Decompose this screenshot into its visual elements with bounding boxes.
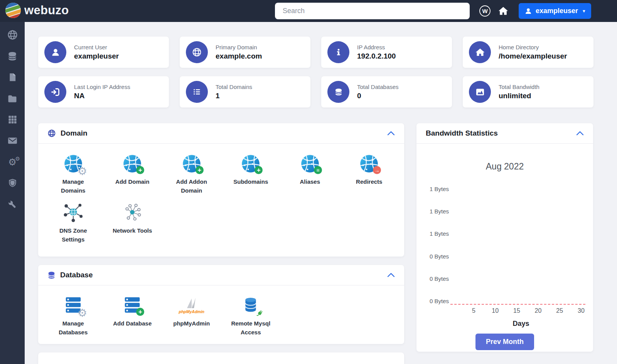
sidebar-item-settings[interactable]: ⚙⚙ xyxy=(0,151,25,173)
globe-plus-icon: + xyxy=(240,154,261,174)
x-tick-label: 20 xyxy=(535,307,542,314)
logo-text: webuzo xyxy=(24,3,69,17)
user-menu-button[interactable]: exampleuser ▾ xyxy=(519,3,591,19)
info-card-value: unlimited xyxy=(499,92,539,100)
x-tick-label: 5 xyxy=(472,307,475,314)
wordpress-icon[interactable]: W xyxy=(479,5,491,17)
app-item-manage-databases[interactable]: ⚙ Manage Databases xyxy=(44,295,103,337)
sidebar-item-domains[interactable] xyxy=(0,24,25,45)
database-panel: Database ⚙ Manage Databases + Add Databa… xyxy=(38,265,404,344)
app-item-aliases[interactable]: ≡ Aliases xyxy=(280,154,340,195)
info-card-label: Total Databases xyxy=(357,84,399,90)
home-icon[interactable] xyxy=(497,5,509,17)
globe-list-icon: ≡ xyxy=(299,154,321,174)
info-card-value: 0 xyxy=(357,92,399,100)
sidebar-item-files[interactable] xyxy=(0,67,25,88)
bandwidth-chart: 1 Bytes 1 Bytes 1 Bytes 0 Bytes 0 Bytes … xyxy=(425,186,585,304)
user-icon xyxy=(524,7,532,15)
domain-apps-grid: ⚙ Manage Domains + Add Domain + Add Addo… xyxy=(38,144,404,248)
chevron-up-icon[interactable] xyxy=(387,131,395,136)
info-card-total-bandwidth: Total Bandwidth unlimited xyxy=(463,76,593,107)
y-tick-label: 1 Bytes xyxy=(425,208,449,215)
database-icon xyxy=(7,51,17,61)
list-icon xyxy=(186,81,208,103)
chart-y-axis-labels: 1 Bytes 1 Bytes 1 Bytes 0 Bytes 0 Bytes … xyxy=(425,186,453,304)
bandwidth-panel-header[interactable]: Bandwidth Statistics xyxy=(416,123,593,144)
app-item-manage-domains[interactable]: ⚙ Manage Domains xyxy=(44,154,103,195)
app-item-subdomains[interactable]: + Subdomains xyxy=(221,154,281,195)
gear-badge-icon: ⚙ xyxy=(78,166,87,177)
globe-icon xyxy=(7,30,18,40)
info-card-label: Primary Domain xyxy=(216,44,262,50)
prev-month-button[interactable]: Prev Month xyxy=(475,334,534,350)
sidebar-item-tools[interactable] xyxy=(0,194,25,215)
sidebar-item-security[interactable] xyxy=(0,173,25,194)
app-item-remote-mysql-access[interactable]: Remote Mysql Access xyxy=(221,295,281,337)
info-card-value: /home/exampleuser xyxy=(499,52,567,60)
search-input[interactable] xyxy=(275,3,470,19)
icon-sidebar: ⚙⚙ xyxy=(0,22,25,364)
app-item-label: Add Addon Domain xyxy=(168,178,215,195)
info-card-value: 192.0.2.100 xyxy=(357,52,396,60)
chevron-up-icon[interactable] xyxy=(387,273,395,277)
sidebar-item-apps[interactable] xyxy=(0,109,25,130)
app-item-label: Aliases xyxy=(300,178,320,186)
database-apps-grid: ⚙ Manage Databases + Add Database xyxy=(38,285,404,341)
phpmyadmin-sails-icon xyxy=(184,297,199,310)
app-item-dns-zone-settings[interactable]: DNS Zone Settings xyxy=(44,203,103,244)
x-tick-label: 25 xyxy=(556,307,563,314)
app-item-add-domain[interactable]: + Add Domain xyxy=(103,154,162,195)
app-item-label: Add Database xyxy=(113,319,152,328)
webuzo-logo[interactable]: webuzo xyxy=(5,2,69,19)
app-item-label: Network Tools xyxy=(113,226,152,235)
globe-plus-icon: + xyxy=(121,154,143,174)
info-card-label: Current User xyxy=(74,44,119,50)
app-item-add-database[interactable]: + Add Database xyxy=(103,295,162,337)
svg-text:W: W xyxy=(482,8,488,14)
main-content: Current User exampleuser Primary Domain … xyxy=(25,22,617,364)
phpmyadmin-logo-text: phpMyAdmin xyxy=(179,309,205,314)
y-tick-label: 1 Bytes xyxy=(425,186,449,192)
dns-zone-icon xyxy=(62,203,84,223)
server-gear-icon: ⚙ xyxy=(62,295,84,315)
info-cards-grid: Current User exampleuser Primary Domain … xyxy=(38,37,593,107)
info-card-ip-address: IP Address 192.0.2.100 xyxy=(321,37,452,68)
globe-redirect-icon: → xyxy=(358,154,380,174)
sidebar-item-email[interactable] xyxy=(0,130,25,151)
plug-badge-icon xyxy=(256,309,264,317)
bandwidth-statistics-panel: Bandwidth Statistics Aug 2022 1 Bytes 1 … xyxy=(416,123,593,352)
panel-title: Bandwidth Statistics xyxy=(426,129,498,138)
app-item-label: phpMyAdmin xyxy=(173,319,210,328)
shield-icon xyxy=(8,178,17,188)
sidebar-item-folders[interactable] xyxy=(0,88,25,109)
server-plus-icon: + xyxy=(121,295,143,315)
apps-grid-icon xyxy=(8,115,17,124)
settings-gears-icon: ⚙⚙ xyxy=(8,158,17,167)
app-item-redirects[interactable]: → Redirects xyxy=(340,154,399,195)
chart-x-axis-labels: 5 10 15 20 25 30 xyxy=(457,307,585,316)
domain-panel-header[interactable]: Domain xyxy=(38,123,404,144)
app-item-label: Redirects xyxy=(356,178,382,186)
user-menu-label: exampleuser xyxy=(536,7,578,15)
bandwidth-icon xyxy=(469,81,491,103)
database-panel-header[interactable]: Database xyxy=(38,265,404,285)
zero-bandwidth-line xyxy=(450,304,585,305)
app-item-add-addon-domain[interactable]: + Add Addon Domain xyxy=(162,154,221,195)
x-tick-label: 30 xyxy=(578,307,585,314)
app-item-network-tools[interactable]: Network Tools xyxy=(103,203,162,244)
sidebar-item-databases[interactable] xyxy=(0,45,25,67)
chart-plot-area xyxy=(453,186,585,304)
app-item-label: Subdomains xyxy=(233,178,268,186)
app-item-label: Add Domain xyxy=(115,178,149,186)
chevron-down-icon: ▾ xyxy=(583,8,585,14)
database-icon xyxy=(47,271,56,279)
partial-panel xyxy=(38,352,404,364)
plus-badge-icon: + xyxy=(136,308,144,316)
info-card-label: Home Directory xyxy=(499,44,567,50)
file-icon xyxy=(8,72,17,82)
app-item-phpmyadmin[interactable]: phpMyAdmin phpMyAdmin xyxy=(162,295,221,337)
app-item-label: DNS Zone Settings xyxy=(50,226,97,244)
chevron-up-icon[interactable] xyxy=(576,131,584,136)
database-icon xyxy=(327,81,349,103)
info-card-home-directory: Home Directory /home/exampleuser xyxy=(463,37,593,68)
